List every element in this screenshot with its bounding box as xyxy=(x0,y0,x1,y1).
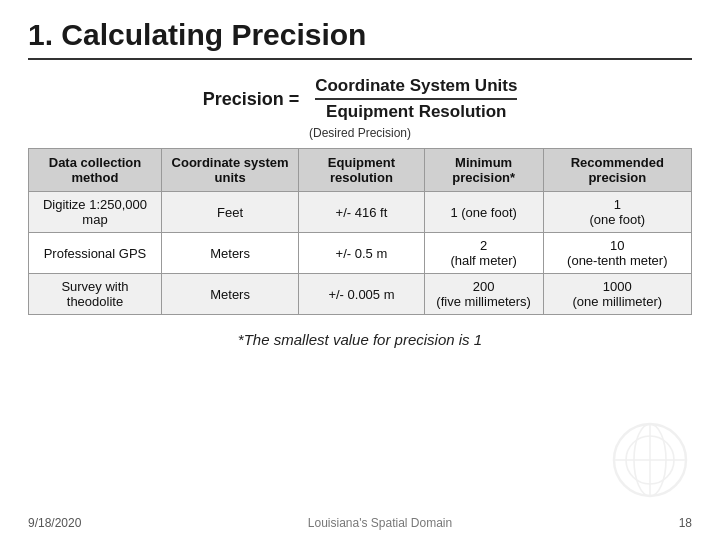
table-cell: +/- 416 ft xyxy=(299,192,424,233)
col-header-resolution: Equipment resolution xyxy=(299,149,424,192)
table-row: Digitize 1:250,000 mapFeet+/- 416 ft1 (o… xyxy=(29,192,692,233)
table-cell: 1 (one foot) xyxy=(424,192,543,233)
table-cell: +/- 0.005 m xyxy=(299,274,424,315)
table-cell: Digitize 1:250,000 map xyxy=(29,192,162,233)
desired-precision-label: (Desired Precision) xyxy=(28,126,692,140)
table-cell: Meters xyxy=(161,233,298,274)
precision-table: Data collection method Coordinate system… xyxy=(28,148,692,315)
table-cell: 200(five millimeters) xyxy=(424,274,543,315)
footer-page: 18 xyxy=(679,516,692,530)
precision-label: Precision = xyxy=(203,89,300,110)
footer-date: 9/18/2020 xyxy=(28,516,81,530)
table-cell: +/- 0.5 m xyxy=(299,233,424,274)
table-cell: 1(one foot) xyxy=(543,192,691,233)
table-row: Survey with theodoliteMeters+/- 0.005 m2… xyxy=(29,274,692,315)
page: 1. Calculating Precision Precision = Coo… xyxy=(0,0,720,540)
table-row: Professional GPSMeters+/- 0.5 m2(half me… xyxy=(29,233,692,274)
table-cell: 1000(one millimeter) xyxy=(543,274,691,315)
page-title: 1. Calculating Precision xyxy=(28,18,692,60)
col-header-min-precision: Minimum precision* xyxy=(424,149,543,192)
table-cell: 2(half meter) xyxy=(424,233,543,274)
fraction-denominator: Equipment Resolution xyxy=(326,100,506,122)
col-header-units: Coordinate system units xyxy=(161,149,298,192)
col-header-method: Data collection method xyxy=(29,149,162,192)
footer: 9/18/2020 Louisiana's Spatial Domain 18 xyxy=(28,512,692,530)
table-cell: Meters xyxy=(161,274,298,315)
table-cell: Feet xyxy=(161,192,298,233)
fraction: Coordinate System Units Equipment Resolu… xyxy=(315,76,517,122)
table-cell: Professional GPS xyxy=(29,233,162,274)
table-cell: 10(one-tenth meter) xyxy=(543,233,691,274)
table-header-row: Data collection method Coordinate system… xyxy=(29,149,692,192)
formula-section: Precision = Coordinate System Units Equi… xyxy=(28,76,692,122)
table-cell: Survey with theodolite xyxy=(29,274,162,315)
col-header-rec-precision: Recommended precision xyxy=(543,149,691,192)
footnote: *The smallest value for precision is 1 xyxy=(28,331,692,348)
fraction-numerator: Coordinate System Units xyxy=(315,76,517,100)
footer-center: Louisiana's Spatial Domain xyxy=(308,516,452,530)
